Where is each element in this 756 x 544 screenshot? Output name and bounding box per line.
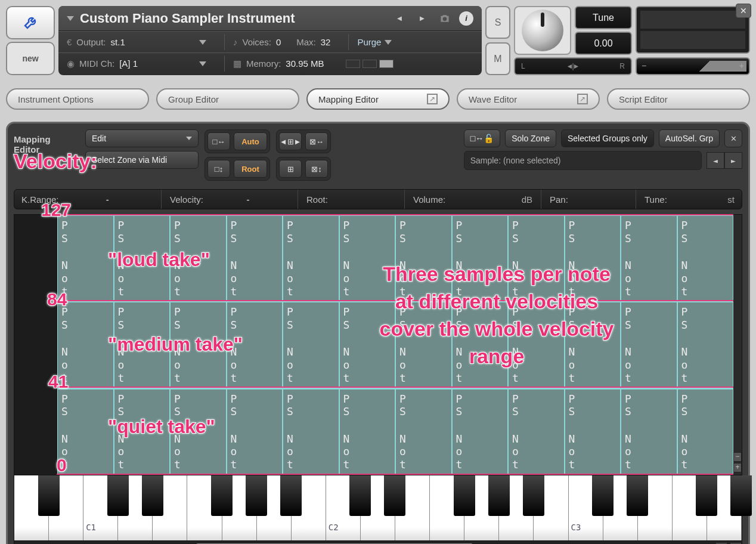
white-key[interactable] — [673, 475, 707, 540]
next-preset-button[interactable]: ► — [414, 10, 430, 27]
keyboard[interactable]: C1C2C3 — [14, 475, 742, 541]
zone-column[interactable]: PSNotPSNotPSNot — [283, 215, 339, 475]
zone-column[interactable]: PSNotPSNotPSNot — [227, 215, 283, 475]
vzoom-in-button[interactable]: + — [733, 463, 742, 472]
tab-instrument-options[interactable]: Instrument Options — [6, 88, 149, 110]
hzoom-out-button[interactable]: − — [715, 542, 727, 545]
vzoom-out-button[interactable]: − — [733, 452, 742, 462]
tool-select-c[interactable]: ⊞ — [279, 160, 302, 178]
window-close-button[interactable]: ✕ — [736, 4, 751, 18]
snapshot-button[interactable] — [436, 10, 453, 27]
zone-cell[interactable]: PSNot — [283, 388, 339, 475]
white-key[interactable] — [464, 475, 499, 540]
tool-select-b[interactable]: ⊠↔ — [305, 132, 328, 150]
purge-menu[interactable]: Purge — [357, 37, 392, 47]
zone-cell[interactable]: PSNot — [283, 215, 339, 301]
zone-cell[interactable]: PSNot — [58, 301, 113, 388]
white-key[interactable] — [257, 475, 292, 540]
zone-cell[interactable]: PSNot — [227, 388, 283, 475]
zone-cell[interactable]: PSNot — [565, 388, 621, 475]
krange-value[interactable]: - — [98, 194, 116, 205]
prev-preset-button[interactable]: ◄ — [391, 10, 408, 27]
zone-column[interactable]: PSNotPSNotPSNot — [114, 215, 171, 475]
white-key[interactable] — [603, 475, 638, 540]
zone-cell[interactable]: PSNot — [621, 301, 677, 388]
zone-cell[interactable]: PSNot — [509, 215, 564, 301]
zone-cell[interactable]: PSNot — [453, 301, 508, 388]
popout-icon[interactable] — [577, 94, 588, 104]
white-key[interactable] — [292, 475, 326, 540]
white-key[interactable]: C1 — [83, 475, 118, 540]
zone-cell[interactable]: PSNot — [58, 388, 113, 475]
tool-select-a[interactable]: ◄⊞► — [279, 132, 302, 150]
mute-button[interactable]: M — [485, 42, 510, 75]
zone-cell[interactable]: PSNot — [453, 215, 508, 301]
new-button[interactable]: new — [6, 42, 55, 75]
white-key[interactable] — [534, 475, 568, 540]
velocity-value[interactable]: - — [239, 194, 257, 205]
white-key[interactable] — [638, 475, 673, 540]
zone-column[interactable]: PSNotPSNotPSNot — [395, 215, 452, 475]
expand-icon[interactable] — [67, 16, 74, 21]
lock-button[interactable]: □↔🔓 — [464, 129, 500, 147]
zone-cell[interactable]: PSNot — [678, 388, 733, 475]
output-value[interactable]: st.1 — [111, 37, 125, 47]
white-key[interactable]: C3 — [569, 475, 603, 540]
zone-grid[interactable]: PSNotPSNotPSNotPSNotPSNotPSNotPSNotPSNot… — [57, 215, 733, 475]
zone-cell[interactable]: PSNot — [396, 301, 451, 388]
zone-column[interactable]: PSNotPSNotPSNot — [621, 215, 677, 475]
zone-column[interactable]: PSNotPSNotPSNot — [565, 215, 621, 475]
white-key[interactable] — [49, 475, 83, 540]
select-zone-midi-button[interactable]: Select Zone via Midi — [85, 151, 199, 169]
tool-auto[interactable]: Auto — [234, 132, 267, 150]
popout-icon[interactable] — [427, 94, 438, 104]
wrench-button[interactable] — [6, 6, 55, 39]
zone-cell[interactable]: PSNot — [114, 388, 170, 475]
zone-column[interactable]: PSNotPSNotPSNot — [170, 215, 227, 475]
tool-select-d[interactable]: ⊠↕ — [305, 160, 328, 178]
zone-cell[interactable]: PSNot — [340, 301, 395, 388]
output-dropdown-icon[interactable] — [199, 40, 206, 45]
zone-column[interactable]: PSNotPSNotPSNot — [452, 215, 509, 475]
zone-cell[interactable]: PSNot — [396, 388, 451, 475]
editor-close-button[interactable]: ✕ — [724, 129, 742, 147]
sample-field[interactable]: Sample: (none selected) — [464, 151, 702, 170]
tool-vspread[interactable]: □↕ — [207, 160, 230, 178]
zone-cell[interactable]: PSNot — [509, 301, 564, 388]
white-key[interactable] — [430, 475, 464, 540]
tune-value[interactable]: 0.00 — [575, 32, 632, 55]
zone-cell[interactable]: PSNot — [565, 215, 621, 301]
sample-next-button[interactable]: ► — [724, 152, 742, 169]
white-key[interactable] — [153, 475, 187, 540]
tab-wave-editor[interactable]: Wave Editor — [457, 88, 600, 110]
white-key[interactable] — [187, 475, 222, 540]
tool-root[interactable]: Root — [234, 160, 267, 178]
solo-zone-button[interactable]: Solo Zone — [505, 129, 556, 147]
zone-cell[interactable]: PSNot — [621, 215, 677, 301]
selected-groups-button[interactable]: Selected Groups only — [561, 129, 654, 147]
zone-cell[interactable]: PSNot — [453, 388, 508, 475]
info-button[interactable]: i — [459, 11, 473, 26]
solo-button[interactable]: S — [485, 6, 510, 39]
zone-cell[interactable]: PSNot — [678, 301, 733, 388]
zone-cell[interactable]: PSNot — [114, 215, 170, 301]
zone-cell[interactable]: PSNot — [171, 301, 226, 388]
instrument-name[interactable]: Custom Piano Sampler Instrument — [80, 11, 385, 26]
zone-column[interactable]: PSNotPSNotPSNot — [677, 215, 734, 475]
max-value[interactable]: 32 — [321, 37, 331, 47]
white-key[interactable] — [361, 475, 395, 540]
zone-cell[interactable]: PSNot — [283, 301, 339, 388]
zone-cell[interactable]: PSNot — [58, 215, 113, 301]
hzoom-in-button[interactable]: + — [730, 542, 742, 545]
white-key[interactable] — [707, 475, 742, 540]
tab-script-editor[interactable]: Script Editor — [607, 88, 750, 110]
midi-dropdown-icon[interactable] — [199, 61, 206, 66]
sample-prev-button[interactable]: ◄ — [707, 152, 724, 169]
zone-cell[interactable]: PSNot — [227, 301, 283, 388]
zone-cell[interactable]: PSNot — [227, 215, 283, 301]
tune-knob[interactable] — [514, 6, 571, 55]
zone-cell[interactable]: PSNot — [340, 215, 395, 301]
zone-cell[interactable]: PSNot — [114, 301, 170, 388]
zone-cell[interactable]: PSNot — [678, 215, 733, 301]
zone-cell[interactable]: PSNot — [340, 388, 395, 475]
